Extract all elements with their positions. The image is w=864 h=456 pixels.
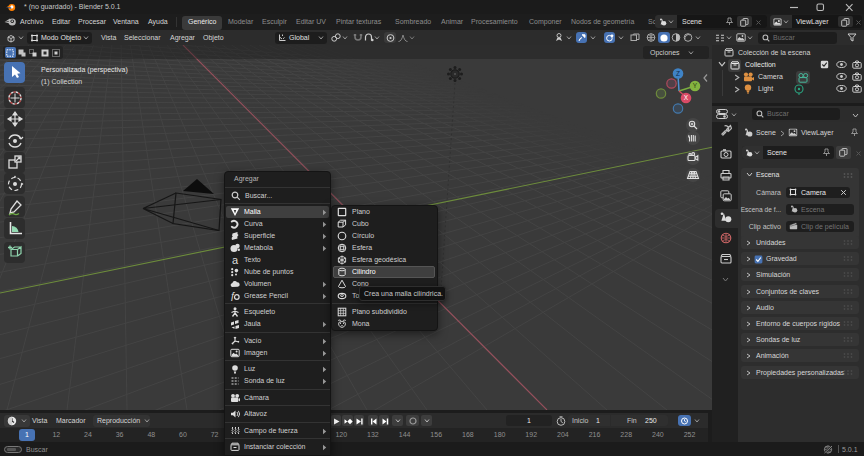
svg-text:a: a bbox=[232, 255, 239, 265]
svg-text:X: X bbox=[684, 94, 689, 101]
svg-text:Z: Z bbox=[676, 70, 680, 77]
svg-text:Y: Y bbox=[693, 82, 698, 89]
